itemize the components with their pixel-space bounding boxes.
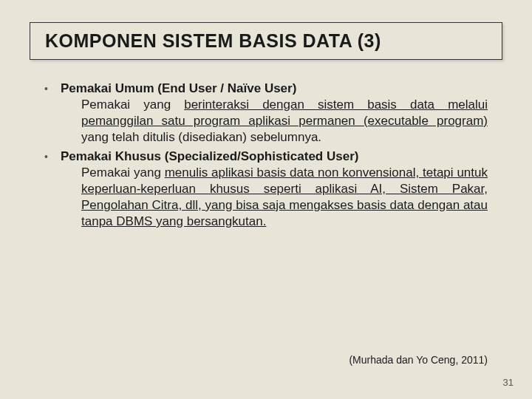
item-heading: Pemakai Umum (End User / Naïve User) xyxy=(61,81,488,97)
page-title: KOMPONEN SISTEM BASIS DATA (3) xyxy=(45,30,487,52)
bullet-list: • Pemakai Umum (End User / Naïve User) P… xyxy=(44,81,488,230)
item-body: Pemakai Khusus (Specialized/Sophisticate… xyxy=(61,149,488,230)
desc-tail: yang telah ditulis (disediakan) sebelumn… xyxy=(81,130,321,144)
page-number: 31 xyxy=(503,377,514,388)
desc-plain: Pemakai yang xyxy=(81,166,165,180)
item-body: Pemakai Umum (End User / Naïve User) Pem… xyxy=(61,81,488,146)
item-heading: Pemakai Khusus (Specialized/Sophisticate… xyxy=(61,149,488,165)
list-item: • Pemakai Umum (End User / Naïve User) P… xyxy=(44,81,488,146)
content-area: • Pemakai Umum (End User / Naïve User) P… xyxy=(44,81,488,230)
item-description: Pemakai yang berinteraksi dengan sistem … xyxy=(61,97,488,146)
list-item: • Pemakai Khusus (Specialized/Sophistica… xyxy=(44,149,488,230)
title-bar: KOMPONEN SISTEM BASIS DATA (3) xyxy=(30,22,502,60)
bullet-icon: • xyxy=(44,81,61,146)
bullet-icon: • xyxy=(44,149,61,230)
citation: (Murhada dan Yo Ceng, 2011) xyxy=(349,354,488,366)
item-description: Pemakai yang menulis aplikasi basis data… xyxy=(61,165,488,230)
desc-plain: Pemakai yang xyxy=(81,98,184,112)
